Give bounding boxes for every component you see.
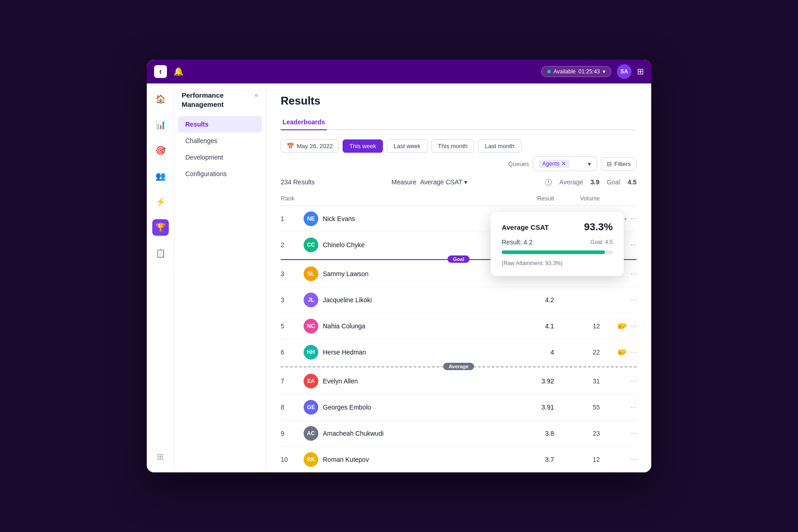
- filters-row: 📅 May 26, 2022 This week Last week This …: [281, 139, 637, 171]
- name-cell: NE Nick Evans: [304, 211, 508, 226]
- rank-cell: 3: [281, 270, 304, 277]
- rank-cell: 6: [281, 349, 304, 356]
- avatar: SL: [304, 266, 318, 281]
- name-cell: GE Georges Embolo: [304, 400, 508, 415]
- avatar: JL: [304, 293, 318, 307]
- last-week-button[interactable]: Last week: [387, 139, 427, 153]
- avatar: RK: [304, 452, 318, 467]
- sidebar-icon-bolt[interactable]: ⚡: [152, 194, 169, 210]
- more-button[interactable]: ···: [631, 348, 637, 356]
- this-week-button[interactable]: This week: [343, 139, 383, 153]
- emoji-button[interactable]: 🤛: [617, 347, 627, 357]
- filters-button[interactable]: ⊟ Filters: [601, 157, 637, 171]
- date-value: May 26, 2022: [297, 143, 333, 150]
- rank-cell: 10: [281, 456, 304, 463]
- avatar: SA: [617, 64, 632, 79]
- more-button[interactable]: ···: [631, 241, 637, 249]
- table-row: 10 RK Roman Kutepov 3.7 12 ···: [281, 447, 637, 472]
- sidebar-item-results[interactable]: Results: [178, 116, 262, 133]
- popup-result-label: Result: 4.2: [502, 238, 532, 246]
- chevron-down-icon: ▾: [588, 161, 591, 167]
- last-month-button[interactable]: Last month: [478, 139, 521, 153]
- result-cell: 3.92: [508, 377, 554, 385]
- chevron-down-icon: ▾: [464, 178, 467, 186]
- collapse-button[interactable]: «: [255, 91, 258, 99]
- more-button[interactable]: ···: [631, 377, 637, 385]
- popup-result-row: Result: 4.2 Goal: 4.5: [502, 238, 613, 246]
- progress-bar: [502, 250, 613, 254]
- name-cell: AC Amacheah Chukwudi: [304, 426, 508, 441]
- emoji-button[interactable]: 🤛: [617, 321, 627, 331]
- main-layout: 🏠 📊 🎯 👥 ⚡ 🏆 📋 ⊞ Performance Management «…: [147, 83, 651, 472]
- more-button[interactable]: ···: [631, 270, 637, 278]
- name-cell: NC Nahia Colunga: [304, 319, 508, 333]
- this-month-button[interactable]: This month: [431, 139, 474, 153]
- measure-dropdown[interactable]: Average CSAT ▾: [420, 178, 467, 186]
- more-button[interactable]: ···: [631, 455, 637, 464]
- popup-attainment: (Raw Attainment: 93.3%): [502, 260, 563, 266]
- icon-sidebar: 🏠 📊 🎯 👥 ⚡ 🏆 📋 ⊞: [147, 83, 174, 472]
- sidebar-icon-home[interactable]: 🏠: [152, 91, 169, 107]
- close-icon[interactable]: ✕: [561, 161, 566, 167]
- volume-cell: 31: [554, 377, 600, 385]
- date-picker-button[interactable]: 📅 May 26, 2022: [281, 139, 339, 153]
- name-cell: CC Chinelo Chyke: [304, 238, 508, 252]
- csat-popup: Average CSAT 93.3% Result: 4.2 Goal: 4.5…: [491, 212, 624, 276]
- actions-cell: ···: [600, 455, 637, 464]
- sidebar-item-challenges[interactable]: Challenges: [178, 133, 262, 149]
- more-button[interactable]: ···: [631, 322, 637, 330]
- rank-cell: 8: [281, 404, 304, 411]
- status-dot: [547, 70, 551, 73]
- volume-cell: 12: [554, 456, 600, 463]
- actions-cell: ···: [600, 429, 637, 438]
- sidebar-item-development[interactable]: Development: [178, 149, 262, 166]
- avg-goal-section: 🕐 Average 3.9 Goal 4.5: [544, 178, 637, 186]
- rank-header: Rank: [281, 195, 304, 202]
- average-separator: Average: [281, 366, 637, 367]
- grid-icon[interactable]: ⊞: [637, 66, 644, 77]
- more-button[interactable]: ···: [631, 403, 637, 411]
- agent-name: Evelyn Allen: [323, 377, 358, 385]
- agent-name: Georges Embolo: [323, 404, 371, 411]
- result-header: Result: [508, 195, 554, 202]
- name-cell: SL Sammy Lawson: [304, 266, 508, 281]
- popup-title: Average CSAT: [502, 223, 549, 231]
- bell-icon[interactable]: 🔔: [173, 66, 183, 77]
- result-cell: 3.91: [508, 404, 554, 411]
- goal-value: 4.5: [628, 178, 637, 186]
- avatar: NC: [304, 319, 318, 333]
- sidebar-item-configurations[interactable]: Configurations: [178, 166, 262, 182]
- measure-label: Measure: [391, 178, 416, 186]
- status-badge[interactable]: Available 01:25:43 ▾: [541, 66, 611, 77]
- avatar: CC: [304, 238, 318, 252]
- sidebar-icon-grid[interactable]: ⊞: [152, 449, 169, 465]
- queues-dropdown[interactable]: Agents ✕ ▾: [533, 156, 597, 171]
- sidebar-icon-clipboard[interactable]: 📋: [152, 245, 169, 261]
- actions-cell: 🤛 ···: [600, 347, 637, 357]
- table-row: 3 JL Jacqueline Likoki 4.2 ···: [281, 287, 637, 313]
- more-button[interactable]: ···: [631, 296, 637, 304]
- agent-name: Herse Hedman: [323, 349, 366, 356]
- sidebar-icon-trophy[interactable]: 🏆: [152, 219, 169, 236]
- sidebar-icon-target[interactable]: 🎯: [152, 142, 169, 159]
- sidebar-icon-chart[interactable]: 📊: [152, 116, 169, 133]
- result-cell: 3.8: [508, 430, 554, 437]
- result-cell: 4.2: [508, 296, 554, 304]
- tab-leaderboards[interactable]: Leaderboards: [281, 115, 327, 130]
- name-cell: EA Evelyn Allen: [304, 374, 508, 388]
- actions-cell: ···: [600, 296, 637, 304]
- agent-name: Chinelo Chyke: [323, 241, 365, 249]
- table-row: 5 NC Nahia Colunga 4.1 12 🤛 ···: [281, 313, 637, 339]
- volume-header: Volume: [554, 195, 600, 202]
- name-cell: HH Herse Hedman: [304, 345, 508, 360]
- table-row: 9 AC Amacheah Chukwudi 3.8 23 ···: [281, 421, 637, 447]
- top-bar-left: t 🔔: [154, 65, 183, 78]
- more-button[interactable]: ···: [631, 215, 637, 223]
- filter-icon: ⊟: [607, 161, 612, 167]
- more-button[interactable]: ···: [631, 429, 637, 438]
- name-cell: RK Roman Kutepov: [304, 452, 508, 467]
- sidebar-icon-team[interactable]: 👥: [152, 168, 169, 184]
- result-cell: 4.1: [508, 322, 554, 330]
- top-bar: t 🔔 Available 01:25:43 ▾ SA ⊞: [147, 60, 651, 83]
- clock-icon: 🕐: [544, 178, 552, 186]
